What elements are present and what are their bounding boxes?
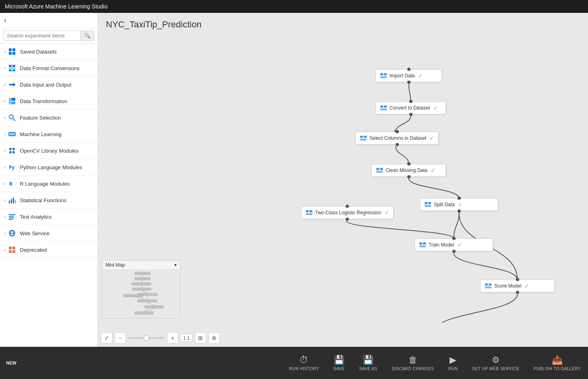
fit-screen-button[interactable]: ⤢	[101, 332, 112, 344]
fit-all-button[interactable]: ⊞	[195, 332, 206, 344]
node-two-class-logistic[interactable]: Two-Class Logistic Regression ✓	[301, 206, 394, 219]
node-train-model[interactable]: Train Model ✓	[415, 238, 493, 251]
node-score-model[interactable]: Score Model ✓	[480, 280, 555, 292]
sidebar-item-python-language[interactable]: › Py Python Language Modules	[0, 159, 97, 176]
node-check-train-model: ✓	[457, 242, 462, 248]
sidebar-item-web-service[interactable]: › Web Service	[0, 225, 97, 242]
connection-two-class-logistic-to-train-model	[347, 221, 454, 238]
svg-point-20	[9, 148, 12, 150]
sidebar-label-data-transformation: Data Transformation	[20, 98, 67, 104]
sidebar-item-data-transformation[interactable]: › Data Transformation	[0, 93, 97, 110]
node-split-data[interactable]: Split Data ✓	[420, 198, 498, 211]
bottom-btn-discard-changes[interactable]: 🗑 DISCARD CHANGES	[384, 347, 441, 379]
svg-rect-6	[9, 67, 15, 69]
svg-rect-58	[306, 213, 312, 215]
sidebar-item-statistical-functions[interactable]: › Statistical Functions	[0, 192, 97, 209]
node-label-score-model: Score Model	[494, 283, 521, 289]
svg-point-21	[12, 148, 15, 150]
bottom-btn-set-up-web-service[interactable]: ⚙ SET UP WEB SERVICE	[465, 347, 526, 379]
node-port-top-two-class-logistic	[346, 205, 349, 208]
minimap-header[interactable]: Mini Map ▾	[102, 261, 180, 270]
svg-rect-48	[364, 136, 367, 138]
bottom-btn-run[interactable]: ▶ RUN	[441, 347, 465, 379]
connection-split-data-to-train-model	[454, 213, 459, 238]
sidebar-label-r-language: R Language Modules	[20, 181, 70, 187]
svg-rect-28	[13, 198, 14, 203]
bottom-btn-save-as[interactable]: 💾 SAVE AS	[352, 347, 384, 379]
node-clean-missing-data[interactable]: Clean Missing Data ✓	[371, 164, 446, 177]
svg-rect-30	[9, 214, 15, 215]
svg-rect-60	[423, 242, 426, 244]
connection-train-model-to-score-model	[454, 253, 518, 280]
minimap-label: Mini Map	[105, 262, 125, 268]
zoom-out-button[interactable]: −	[115, 332, 126, 344]
bottom-btn-run-history[interactable]: ⏱ RUN HISTORY	[282, 347, 326, 379]
search-input[interactable]	[3, 31, 81, 41]
svg-rect-61	[419, 245, 426, 247]
center-button[interactable]: ⊕	[208, 332, 220, 344]
expand-arrow: ›	[4, 182, 5, 186]
item-icon-r-language: R	[8, 179, 17, 188]
svg-line-80	[142, 291, 148, 293]
bottom-toolbar: NEW ⏱ RUN HISTORY 💾 SAVE 💾 SAVE AS 🗑 DIS…	[0, 347, 588, 379]
zoom-ratio-button[interactable]: 1:1	[181, 334, 192, 342]
svg-rect-47	[360, 136, 363, 138]
svg-rect-63	[489, 284, 491, 286]
svg-rect-75	[144, 305, 164, 309]
sidebar-item-data-input-output[interactable]: › Data Input and Output	[0, 77, 97, 93]
svg-rect-71	[132, 288, 151, 291]
bottom-btn-label-discard-changes: DISCARD CHANGES	[392, 367, 434, 371]
item-icon-text-analytics	[8, 212, 17, 221]
svg-rect-57	[309, 210, 312, 212]
node-port-top-split-data	[458, 197, 461, 200]
app-title: Microsoft Azure Machine Learning Studio	[5, 3, 107, 10]
svg-rect-62	[485, 284, 488, 286]
item-icon-opencv-library	[8, 146, 17, 155]
item-icon-deprecated	[8, 245, 17, 254]
item-icon-machine-learning	[8, 130, 17, 139]
node-convert-to-dataset[interactable]: Convert to Dataset ✓	[375, 101, 446, 114]
bottom-btn-publish-to-gallery[interactable]: 📤 PUBLISH TO GALLERY	[526, 347, 588, 379]
sidebar-item-machine-learning[interactable]: › Machine Learning	[0, 126, 97, 143]
item-icon-data-transformation	[8, 97, 17, 106]
node-check-convert-to-dataset: ✓	[433, 105, 438, 111]
sidebar-item-data-format-conversions[interactable]: › Data Format Conversions	[0, 60, 97, 77]
svg-rect-53	[425, 202, 427, 204]
node-label-two-class-logistic: Two-Class Logistic Regression	[315, 210, 381, 215]
sidebar-back-button[interactable]: ‹	[0, 13, 97, 28]
sidebar-item-opencv-library[interactable]: › OpenCV Library Modules	[0, 143, 97, 159]
search-button[interactable]: 🔍	[81, 31, 94, 41]
sidebar-item-saved-datasets[interactable]: › Saved Datasets	[0, 43, 97, 60]
node-check-score-model: ✓	[524, 283, 529, 289]
bottom-btn-label-publish-to-gallery: PUBLISH TO GALLERY	[534, 367, 581, 371]
svg-marker-10	[13, 83, 16, 87]
expand-arrow: ›	[4, 83, 5, 87]
svg-rect-46	[380, 108, 387, 110]
svg-line-78	[141, 280, 142, 282]
bottom-btn-save[interactable]: 💾 SAVE	[326, 347, 352, 379]
sidebar-item-text-analytics[interactable]: › Text Analytics	[0, 209, 97, 225]
node-port-top-select-columns	[396, 130, 399, 133]
topbar: Microsoft Azure Machine Learning Studio	[0, 0, 588, 13]
svg-point-14	[9, 115, 13, 119]
sidebar-label-opencv-library: OpenCV Library Modules	[20, 148, 78, 154]
new-label: NEW	[0, 360, 23, 365]
sidebar-label-saved-datasets: Saved Datasets	[20, 49, 57, 55]
svg-rect-70	[131, 282, 151, 286]
sidebar-item-r-language[interactable]: › R R Language Modules	[0, 176, 97, 192]
svg-rect-74	[137, 299, 157, 302]
zoom-in-button[interactable]: +	[167, 332, 178, 344]
expand-arrow: ›	[4, 248, 5, 252]
expand-arrow: ›	[4, 116, 5, 120]
node-select-columns[interactable]: Select Columns in Dataset ✓	[355, 132, 439, 145]
svg-rect-4	[9, 65, 12, 67]
node-import-data[interactable]: Import Data ✓	[375, 69, 442, 82]
sidebar-item-deprecated[interactable]: › Deprecated	[0, 242, 97, 258]
sidebar-item-feature-selection[interactable]: › Feature Selection	[0, 110, 97, 126]
zoom-slider[interactable]	[128, 337, 165, 339]
bottom-btn-icon-run: ▶	[450, 355, 456, 365]
connection-score-model-to-evaluate-model	[435, 294, 518, 323]
svg-rect-7	[9, 70, 12, 71]
minimap-svg	[102, 270, 180, 318]
bottom-btn-label-set-up-web-service: SET UP WEB SERVICE	[472, 367, 519, 371]
